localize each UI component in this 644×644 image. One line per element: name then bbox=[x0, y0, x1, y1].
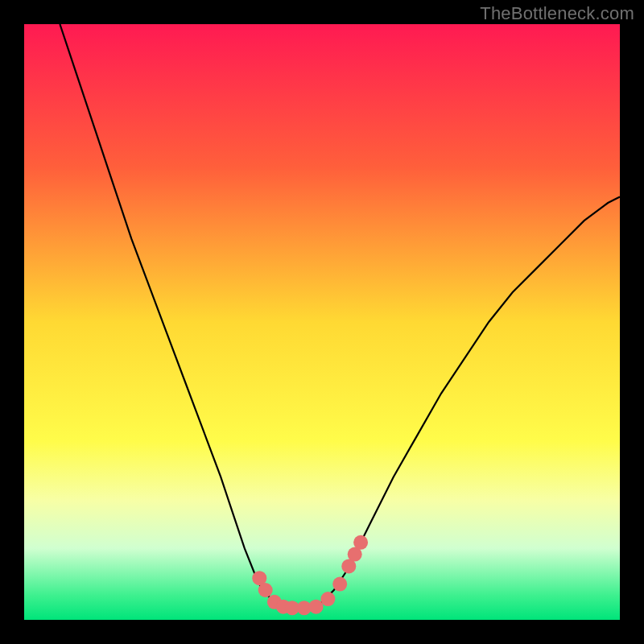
optimal-marker bbox=[309, 600, 324, 614]
optimal-marker bbox=[353, 535, 368, 550]
optimal-marker bbox=[332, 577, 347, 592]
chart-plot-area bbox=[24, 24, 620, 620]
watermark-text: TheBottleneck.com bbox=[480, 3, 634, 24]
bottleneck-chart bbox=[24, 24, 620, 620]
gradient-background bbox=[24, 24, 620, 620]
optimal-marker bbox=[258, 583, 273, 597]
optimal-marker bbox=[320, 592, 335, 606]
